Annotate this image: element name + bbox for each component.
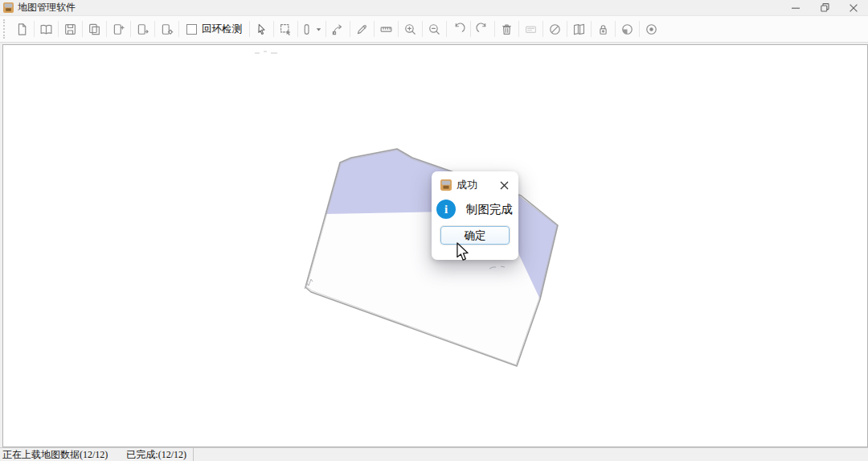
dialog-message: 制图完成 [466,202,513,217]
marquee-select-button[interactable] [274,19,297,40]
ruler-button[interactable] [375,19,398,40]
lock-icon [596,23,610,36]
zoom-out-icon [428,23,441,36]
select-cursor-button[interactable] [250,19,273,40]
new-document-button[interactable] [10,19,34,40]
copy-layers-button[interactable] [83,19,106,40]
transform-button[interactable] [326,19,350,40]
map-export-icon [136,23,149,36]
marker-tool-icon [300,23,313,36]
marker-tool-button[interactable] [298,19,326,40]
map-settings-button[interactable] [155,19,178,40]
mouse-cursor [456,242,469,265]
dialog-title: 成功 [457,178,477,192]
status-completed: 已完成:(12/12) [126,448,186,461]
map-settings-icon [160,23,174,36]
zoom-in-button[interactable] [399,19,422,40]
loop-detection-checkbox-box[interactable] [186,24,197,35]
dialog-title-bar[interactable]: 成功 [432,171,518,192]
title-bar: 地图管理软件 [0,0,868,16]
new-document-icon [15,23,29,36]
redo-button[interactable] [471,19,494,40]
select-cursor-icon [255,23,268,36]
zoom-in-icon [403,23,417,36]
close-icon [500,181,509,190]
open-map-button[interactable] [35,19,58,40]
save-button[interactable] [59,19,82,40]
window-controls [781,0,868,15]
dialog-app-icon [440,179,452,191]
undo-icon [452,23,465,36]
transform-icon [331,23,345,36]
map-export-button[interactable] [131,19,154,40]
map-add-button[interactable] [107,19,130,40]
minimize-button[interactable] [781,0,810,15]
note-icon [524,23,538,36]
record-button[interactable] [640,19,663,40]
map-guide-icon [572,23,586,36]
status-separator [193,448,194,461]
window-title: 地图管理软件 [18,1,76,14]
lock-button[interactable] [592,19,615,40]
pencil-button[interactable] [350,19,374,40]
info-slash-button[interactable] [543,19,567,40]
restore-icon [821,3,829,12]
pencil-icon [355,23,369,36]
clock-button[interactable] [616,19,639,40]
marquee-select-icon [279,23,293,36]
close-icon [850,4,858,12]
redo-icon [476,23,489,36]
close-button[interactable] [839,0,868,15]
save-icon [63,23,77,36]
info-icon: i [436,200,456,219]
ruler-icon [379,23,393,36]
record-icon [645,23,658,36]
map-app-icon [3,2,14,13]
chevron-down-icon[interactable] [313,24,324,35]
zoom-out-button[interactable] [423,19,446,40]
status-bar: 正在上载地图数据(12/12) 已完成:(12/12) [0,447,868,461]
toolbar-grip[interactable] [3,19,7,39]
info-slash-icon [548,23,562,36]
restore-button[interactable] [810,0,839,15]
map-guide-button[interactable] [567,19,591,40]
success-dialog: 成功 i 制图完成 确定 [432,171,518,260]
open-map-icon [39,23,53,36]
minimize-icon [792,4,800,12]
note-button [519,19,542,40]
toolbar: 回环检测 [0,16,868,43]
undo-button[interactable] [447,19,470,40]
loop-detection-checkbox[interactable]: 回环检测 [179,19,249,40]
dialog-close-button[interactable] [497,179,510,191]
map-add-icon [112,23,125,36]
loop-detection-label: 回环检测 [202,23,242,36]
copy-layers-icon [88,23,101,36]
status-uploading: 正在上载地图数据(12/12) [0,448,108,461]
clock-icon [620,23,634,36]
trash-button[interactable] [495,19,518,40]
trash-icon [500,23,514,36]
map-faint-marks [255,51,277,53]
ok-button[interactable]: 确定 [440,226,510,245]
app-window: 地图管理软件 回环检测 [0,0,868,461]
